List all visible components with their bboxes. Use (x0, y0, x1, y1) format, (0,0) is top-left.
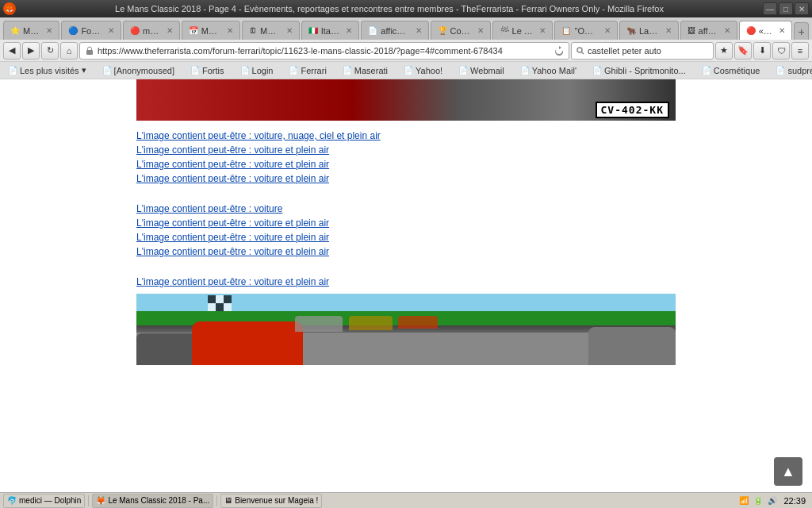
tab-label-tab7: affiche18f... (381, 26, 408, 36)
image-link-2[interactable]: L'image contient peut-être : voiture et … (136, 159, 676, 170)
checkered-flag (208, 295, 232, 311)
back-button[interactable]: ◀ (3, 42, 21, 60)
statusbar-item-2[interactable]: 🖥Bienvenue sur Mageia ! (220, 494, 322, 508)
bookmark-item-10[interactable]: 📄Cosmétique (697, 64, 765, 78)
tab-label-tab8: Compè... (450, 26, 471, 36)
tab-tab12[interactable]: 🖼affiche...✕ (680, 21, 737, 40)
scroll-top-button[interactable]: ▲ (774, 457, 802, 486)
bookmark-item-9[interactable]: 📄Ghibli - Spritmonito... (588, 64, 691, 78)
tab-label-tab1: My im... (23, 26, 40, 36)
minimize-button[interactable]: — (763, 2, 777, 15)
search-bar[interactable]: castellet peter auto (571, 42, 714, 60)
bookmark-item-1[interactable]: 📄[Anonymoused] (98, 64, 179, 78)
tab-tab7[interactable]: 📄affiche18f...✕ (361, 21, 428, 40)
image-link-1[interactable]: L'image contient peut-être : voiture et … (136, 144, 676, 156)
bookmark-label-6: Yahoo! (416, 66, 442, 75)
bookmark-icon-5: 📄 (343, 66, 352, 75)
statusbar-label-1: Le Mans Classic 2018 - Pa... (108, 496, 209, 505)
tab-close-tab8[interactable]: ✕ (477, 26, 484, 35)
tab-tab10[interactable]: 📋"OFFICI...✕ (554, 21, 617, 40)
firefox-logo: 🦊 (3, 2, 16, 15)
tab-icon-tab12: 🖼 (688, 26, 695, 35)
svg-rect-8 (224, 303, 232, 311)
maximize-button[interactable]: □ (779, 2, 793, 15)
tab-close-tab3[interactable]: ✕ (167, 26, 173, 35)
menu-button[interactable]: ≡ (791, 42, 809, 60)
close-button[interactable]: ✕ (795, 2, 809, 15)
tab-close-tab7[interactable]: ✕ (416, 26, 422, 35)
statusbar-divider-1 (216, 495, 217, 506)
image-link-3[interactable]: L'image contient peut-être : voiture et … (136, 173, 676, 184)
svg-rect-5 (224, 295, 232, 303)
image-link-0[interactable]: L'image contient peut-être : voiture, nu… (136, 130, 676, 141)
tab-tab4[interactable]: 📅Meetin...✕ (182, 21, 240, 40)
bookmark-item-5[interactable]: 📄Maserati (338, 64, 393, 78)
shield-button[interactable]: 🛡 (772, 42, 790, 60)
bookmark-label-3: Login (252, 66, 274, 75)
star-button[interactable]: ★ (715, 42, 733, 60)
tab-icon-tab1: ⭐ (10, 26, 20, 35)
tab-tab13[interactable]: 🔴« Le ...✕ (739, 21, 793, 40)
tab-close-tab5[interactable]: ✕ (286, 26, 293, 35)
bookmark-item-11[interactable]: 📄sudpresse.be (771, 64, 812, 78)
tab-close-tab1[interactable]: ✕ (46, 26, 52, 35)
clock: 22:39 (780, 496, 809, 506)
tab-close-tab13[interactable]: ✕ (779, 26, 785, 35)
tab-icon-tab7: 📄 (368, 26, 377, 35)
tab-tab3[interactable]: 🔴maser...✕ (123, 21, 180, 40)
image-link-6[interactable]: L'image contient peut-être : voiture et … (136, 232, 676, 243)
tab-close-tab11[interactable]: ✕ (665, 26, 672, 35)
tab-icon-tab4: 📅 (189, 26, 198, 35)
top-car-image: CV-402-KK (136, 79, 676, 121)
top-image-wrapper: CV-402-KK (136, 79, 676, 121)
tab-tab8[interactable]: 🏆Compè...✕ (431, 21, 491, 40)
tab-icon-tab13: 🔴 (746, 26, 756, 35)
tab-tab11[interactable]: 🐂Lambo...✕ (619, 21, 679, 40)
image-link-4[interactable]: L'image contient peut-être : voiture (136, 203, 676, 214)
home-button[interactable]: ⌂ (60, 42, 78, 60)
tab-tab2[interactable]: 🔵Forum ...✕ (61, 21, 121, 40)
tab-icon-tab10: 📋 (561, 26, 571, 35)
forward-button[interactable]: ▶ (22, 42, 40, 60)
bookmark-button[interactable]: 🔖 (734, 42, 752, 60)
image-link-7[interactable]: L'image contient peut-être : voiture et … (136, 246, 676, 257)
tab-tab1[interactable]: ⭐My im...✕ (3, 21, 59, 40)
image-link-8[interactable]: L'image contient peut-être : voiture et … (136, 276, 676, 287)
bookmark-item-3[interactable]: 📄Login (236, 64, 278, 78)
bookmark-item-7[interactable]: 📄Webmail (454, 64, 509, 78)
new-tab-button[interactable]: + (794, 22, 809, 40)
bookmark-icon-3: 📄 (240, 66, 250, 75)
address-bar[interactable]: https://www.theferrarista.com/forum-ferr… (79, 42, 569, 60)
bookmark-icon-1: 📄 (102, 66, 112, 75)
bookmark-item-8[interactable]: 📄Yahoo Mail' (515, 64, 581, 78)
bookmark-item-0[interactable]: 📄Les plus visités▾ (3, 64, 91, 78)
tab-close-tab9[interactable]: ✕ (539, 26, 546, 35)
svg-rect-0 (86, 50, 93, 55)
image-link-5[interactable]: L'image contient peut-être : voiture et … (136, 217, 676, 229)
bookmark-item-6[interactable]: 📄Yahoo! (399, 64, 447, 78)
bookmarks-bar: 📄Les plus visités▾📄[Anonymoused]📄Fortis📄… (0, 62, 812, 79)
download-button[interactable]: ⬇ (753, 42, 771, 60)
tab-close-tab12[interactable]: ✕ (724, 26, 730, 35)
bottom-image-wrapper (136, 294, 676, 365)
license-plate: CV-402-KK (596, 102, 669, 118)
tab-close-tab6[interactable]: ✕ (346, 26, 352, 35)
bookmark-label-2: Fortis (202, 66, 224, 75)
tab-icon-tab6: 🇮🇹 (308, 26, 318, 35)
bg-car3 (398, 316, 438, 329)
bookmark-item-2[interactable]: 📄Fortis (186, 64, 229, 78)
refresh-icon[interactable] (554, 46, 564, 56)
tab-close-tab4[interactable]: ✕ (227, 26, 233, 35)
reload-button[interactable]: ↻ (41, 42, 59, 60)
tab-tab6[interactable]: 🇮🇹Italian ...✕ (301, 21, 360, 40)
tab-close-tab10[interactable]: ✕ (604, 26, 611, 35)
tab-tab9[interactable]: 🏁Le Man...✕ (492, 21, 553, 40)
statusbar-item-0[interactable]: 🐬medici — Dolphin (3, 494, 85, 508)
statusbar-item-1[interactable]: 🦊Le Mans Classic 2018 - Pa... (92, 494, 213, 508)
tab-tab5[interactable]: 🗓Meetin...✕ (242, 21, 300, 40)
tab-close-tab2[interactable]: ✕ (108, 26, 114, 35)
bookmark-icon-4: 📄 (289, 66, 298, 75)
battery-icon: 🔋 (752, 495, 764, 507)
titlebar-controls[interactable]: — □ ✕ (763, 2, 809, 15)
bookmark-item-4[interactable]: 📄Ferrari (284, 64, 331, 78)
